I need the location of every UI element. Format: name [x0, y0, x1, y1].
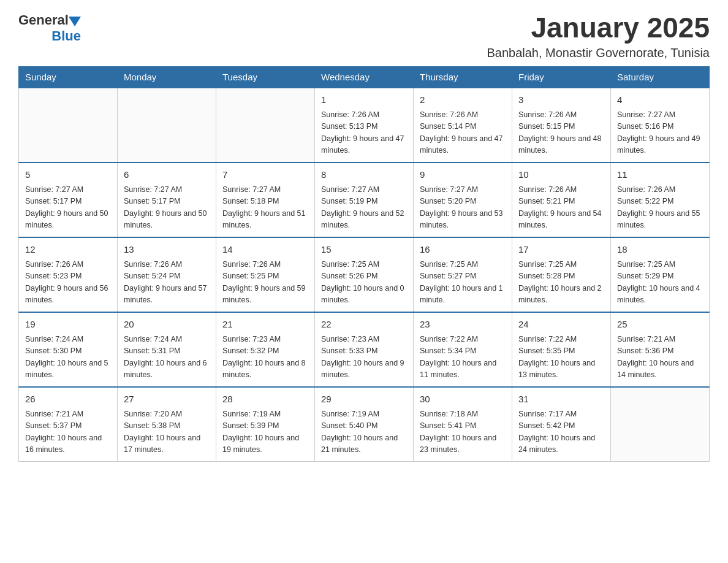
calendar-cell: 7Sunrise: 7:27 AM Sunset: 5:18 PM Daylig… [216, 163, 315, 237]
day-info: Sunrise: 7:18 AM Sunset: 5:41 PM Dayligh… [420, 408, 506, 456]
page-header: General Blue January 2025 Banbalah, Mona… [18, 12, 710, 60]
calendar-cell: 8Sunrise: 7:27 AM Sunset: 5:19 PM Daylig… [315, 163, 414, 237]
calendar-cell [611, 387, 710, 462]
calendar-cell: 6Sunrise: 7:27 AM Sunset: 5:17 PM Daylig… [118, 163, 216, 237]
day-number: 17 [518, 243, 604, 257]
calendar-cell: 11Sunrise: 7:26 AM Sunset: 5:22 PM Dayli… [611, 163, 710, 237]
day-info: Sunrise: 7:23 AM Sunset: 5:32 PM Dayligh… [222, 334, 308, 381]
day-info: Sunrise: 7:26 AM Sunset: 5:21 PM Dayligh… [518, 184, 604, 232]
day-number: 19 [25, 318, 111, 332]
header-wednesday: Wednesday [315, 66, 414, 88]
day-info: Sunrise: 7:25 AM Sunset: 5:26 PM Dayligh… [321, 259, 407, 307]
calendar-table: SundayMondayTuesdayWednesdayThursdayFrid… [18, 66, 710, 462]
day-info: Sunrise: 7:26 AM Sunset: 5:15 PM Dayligh… [518, 109, 604, 157]
calendar-cell: 31Sunrise: 7:17 AM Sunset: 5:42 PM Dayli… [512, 387, 611, 462]
day-number: 27 [124, 393, 210, 407]
day-number: 29 [321, 393, 407, 407]
calendar-cell: 16Sunrise: 7:25 AM Sunset: 5:27 PM Dayli… [414, 237, 512, 312]
day-info: Sunrise: 7:24 AM Sunset: 5:30 PM Dayligh… [25, 334, 111, 381]
header-sunday: Sunday [19, 66, 118, 88]
day-info: Sunrise: 7:27 AM Sunset: 5:16 PM Dayligh… [617, 109, 703, 157]
logo-blue-text: Blue [51, 28, 81, 44]
calendar-header-row: SundayMondayTuesdayWednesdayThursdayFrid… [19, 66, 710, 88]
calendar-cell: 29Sunrise: 7:19 AM Sunset: 5:40 PM Dayli… [315, 387, 414, 462]
day-number: 12 [25, 243, 111, 257]
logo: General Blue [18, 12, 81, 44]
day-number: 22 [321, 318, 407, 332]
day-number: 8 [321, 168, 407, 182]
day-info: Sunrise: 7:26 AM Sunset: 5:24 PM Dayligh… [124, 259, 210, 307]
day-number: 10 [518, 168, 604, 182]
title-block: January 2025 Banbalah, Monastir Governor… [487, 12, 710, 60]
day-info: Sunrise: 7:23 AM Sunset: 5:33 PM Dayligh… [321, 334, 407, 381]
calendar-cell: 15Sunrise: 7:25 AM Sunset: 5:26 PM Dayli… [315, 237, 414, 312]
day-number: 15 [321, 243, 407, 257]
calendar-cell: 1Sunrise: 7:26 AM Sunset: 5:13 PM Daylig… [315, 88, 414, 163]
day-info: Sunrise: 7:27 AM Sunset: 5:19 PM Dayligh… [321, 184, 407, 232]
day-info: Sunrise: 7:22 AM Sunset: 5:34 PM Dayligh… [420, 334, 506, 381]
day-number: 26 [25, 393, 111, 407]
header-friday: Friday [512, 66, 611, 88]
day-number: 1 [321, 93, 407, 107]
calendar-cell: 3Sunrise: 7:26 AM Sunset: 5:15 PM Daylig… [512, 88, 611, 163]
calendar-cell: 25Sunrise: 7:21 AM Sunset: 5:36 PM Dayli… [611, 312, 710, 387]
day-number: 9 [420, 168, 506, 182]
day-number: 31 [518, 393, 604, 407]
calendar-week-5: 26Sunrise: 7:21 AM Sunset: 5:37 PM Dayli… [19, 387, 710, 462]
calendar-cell: 24Sunrise: 7:22 AM Sunset: 5:35 PM Dayli… [512, 312, 611, 387]
day-info: Sunrise: 7:27 AM Sunset: 5:17 PM Dayligh… [124, 184, 210, 232]
header-monday: Monday [118, 66, 216, 88]
day-info: Sunrise: 7:24 AM Sunset: 5:31 PM Dayligh… [124, 334, 210, 381]
day-number: 20 [124, 318, 210, 332]
day-info: Sunrise: 7:26 AM Sunset: 5:13 PM Dayligh… [321, 109, 407, 157]
calendar-cell: 10Sunrise: 7:26 AM Sunset: 5:21 PM Dayli… [512, 163, 611, 237]
calendar-cell: 28Sunrise: 7:19 AM Sunset: 5:39 PM Dayli… [216, 387, 315, 462]
day-info: Sunrise: 7:27 AM Sunset: 5:18 PM Dayligh… [222, 184, 308, 232]
day-info: Sunrise: 7:19 AM Sunset: 5:40 PM Dayligh… [321, 408, 407, 456]
calendar-week-3: 12Sunrise: 7:26 AM Sunset: 5:23 PM Dayli… [19, 237, 710, 312]
calendar-cell [216, 88, 315, 163]
calendar-cell: 27Sunrise: 7:20 AM Sunset: 5:38 PM Dayli… [118, 387, 216, 462]
day-number: 25 [617, 318, 703, 332]
day-info: Sunrise: 7:25 AM Sunset: 5:29 PM Dayligh… [617, 259, 703, 307]
calendar-cell [19, 88, 118, 163]
day-info: Sunrise: 7:21 AM Sunset: 5:36 PM Dayligh… [617, 334, 703, 381]
day-info: Sunrise: 7:25 AM Sunset: 5:28 PM Dayligh… [518, 259, 604, 307]
day-number: 4 [617, 93, 703, 107]
calendar-cell: 14Sunrise: 7:26 AM Sunset: 5:25 PM Dayli… [216, 237, 315, 312]
day-number: 18 [617, 243, 703, 257]
day-info: Sunrise: 7:27 AM Sunset: 5:20 PM Dayligh… [420, 184, 506, 232]
logo-triangle-icon [69, 17, 81, 26]
calendar-week-1: 1Sunrise: 7:26 AM Sunset: 5:13 PM Daylig… [19, 88, 710, 163]
day-number: 11 [617, 168, 703, 182]
day-number: 16 [420, 243, 506, 257]
day-number: 5 [25, 168, 111, 182]
day-info: Sunrise: 7:22 AM Sunset: 5:35 PM Dayligh… [518, 334, 604, 381]
calendar-cell: 22Sunrise: 7:23 AM Sunset: 5:33 PM Dayli… [315, 312, 414, 387]
day-number: 3 [518, 93, 604, 107]
day-info: Sunrise: 7:19 AM Sunset: 5:39 PM Dayligh… [222, 408, 308, 456]
calendar-cell: 4Sunrise: 7:27 AM Sunset: 5:16 PM Daylig… [611, 88, 710, 163]
day-number: 2 [420, 93, 506, 107]
day-number: 23 [420, 318, 506, 332]
calendar-cell: 13Sunrise: 7:26 AM Sunset: 5:24 PM Dayli… [118, 237, 216, 312]
day-number: 24 [518, 318, 604, 332]
calendar-cell: 21Sunrise: 7:23 AM Sunset: 5:32 PM Dayli… [216, 312, 315, 387]
calendar-cell [118, 88, 216, 163]
calendar-cell: 2Sunrise: 7:26 AM Sunset: 5:14 PM Daylig… [414, 88, 512, 163]
day-info: Sunrise: 7:26 AM Sunset: 5:25 PM Dayligh… [222, 259, 308, 307]
header-saturday: Saturday [611, 66, 710, 88]
day-number: 7 [222, 168, 308, 182]
calendar-cell: 30Sunrise: 7:18 AM Sunset: 5:41 PM Dayli… [414, 387, 512, 462]
day-info: Sunrise: 7:17 AM Sunset: 5:42 PM Dayligh… [518, 408, 604, 456]
calendar-cell: 17Sunrise: 7:25 AM Sunset: 5:28 PM Dayli… [512, 237, 611, 312]
day-number: 14 [222, 243, 308, 257]
day-info: Sunrise: 7:26 AM Sunset: 5:22 PM Dayligh… [617, 184, 703, 232]
calendar-week-4: 19Sunrise: 7:24 AM Sunset: 5:30 PM Dayli… [19, 312, 710, 387]
calendar-cell: 5Sunrise: 7:27 AM Sunset: 5:17 PM Daylig… [19, 163, 118, 237]
header-tuesday: Tuesday [216, 66, 315, 88]
calendar-cell: 26Sunrise: 7:21 AM Sunset: 5:37 PM Dayli… [19, 387, 118, 462]
calendar-cell: 20Sunrise: 7:24 AM Sunset: 5:31 PM Dayli… [118, 312, 216, 387]
calendar-cell: 19Sunrise: 7:24 AM Sunset: 5:30 PM Dayli… [19, 312, 118, 387]
day-info: Sunrise: 7:27 AM Sunset: 5:17 PM Dayligh… [25, 184, 111, 232]
